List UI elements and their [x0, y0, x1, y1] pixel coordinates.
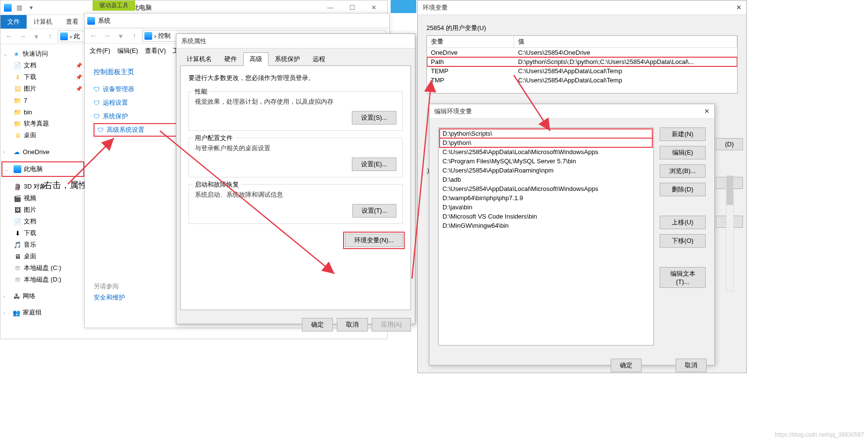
edit-button[interactable]: 编辑(E): [660, 146, 706, 159]
col-val[interactable]: 值: [514, 36, 737, 47]
tree-item[interactable]: 🖼图片: [2, 204, 83, 216]
label: 下载: [24, 73, 36, 81]
menu-view[interactable]: 查看(V): [145, 47, 166, 55]
folder-icon: 📁: [13, 96, 22, 105]
list-item[interactable]: D:\MinGW\mingw64\bin: [440, 221, 652, 230]
maximize-button[interactable]: ☐: [341, 0, 363, 15]
close-button[interactable]: ✕: [736, 4, 742, 11]
user-vars-table[interactable]: 变量 值 OneDriveC:\Users\25854\OneDrive Pat…: [426, 35, 738, 94]
col-var[interactable]: 变量: [427, 36, 514, 47]
context-tab[interactable]: 驱动器工具: [93, 0, 135, 11]
menu-file[interactable]: 文件(F): [90, 47, 110, 55]
title-text: 编辑环境变量: [434, 107, 472, 116]
profile-settings-button[interactable]: 设置(E)...: [352, 158, 396, 171]
edit-text-button[interactable]: 编辑文本(T)...: [660, 267, 706, 288]
list-item[interactable]: D:\java\bin: [440, 203, 652, 212]
label: 文档: [24, 217, 36, 226]
forward-button[interactable]: →: [101, 30, 113, 42]
menu-edit[interactable]: 编辑(E): [117, 47, 138, 55]
startup-settings-button[interactable]: 设置(T)...: [352, 204, 396, 218]
tree-quick-access[interactable]: ⌄★快速访问: [2, 48, 83, 60]
label: 网络: [23, 292, 35, 300]
table-row[interactable]: OneDriveC:\Users\25854\OneDrive: [427, 48, 737, 57]
qat-icon[interactable]: ▥: [15, 3, 24, 13]
tree-item[interactable]: 🖥桌面: [2, 251, 83, 262]
back-button[interactable]: ←: [3, 31, 15, 42]
list-item[interactable]: C:\Users\25854\AppData\Local\Microsoft\W…: [440, 184, 652, 193]
move-up-button[interactable]: 上移(U): [660, 216, 706, 229]
admin-note: 要进行大多数更改，您必须作为管理员登录。: [189, 74, 403, 82]
table-row[interactable]: TEMPC:\Users\25854\AppData\Local\Temp: [427, 66, 737, 76]
list-item[interactable]: D:\adb: [440, 175, 652, 184]
cancel-button[interactable]: 取消: [337, 318, 368, 331]
tab-remote[interactable]: 远程: [306, 52, 331, 66]
tree-homegroup[interactable]: ›👥家庭组: [2, 307, 83, 318]
close-button[interactable]: ✕: [363, 0, 385, 15]
tree-item[interactable]: 🖥桌面: [2, 129, 83, 141]
tree-item[interactable]: 📄文档: [2, 216, 83, 227]
tab-advanced[interactable]: 高级: [243, 52, 268, 66]
tree-item[interactable]: 🎵音乐: [2, 239, 83, 251]
drive-icon: ⛃: [13, 264, 22, 272]
table-row-path[interactable]: PathD:\python\Scripts\;D:\python\;C:\Use…: [427, 57, 737, 66]
cancel-button[interactable]: 取消: [676, 359, 707, 372]
tree-item[interactable]: 🖼图片📌: [2, 83, 83, 94]
qat-dropdown-icon[interactable]: ▾: [26, 3, 36, 13]
user-vars-section: 25854 的用户变量(U) 变量 值 OneDriveC:\Users\258…: [418, 15, 746, 102]
pin-icon: 📌: [76, 86, 82, 92]
list-item[interactable]: D:\python\Scripts\: [440, 129, 652, 138]
tree-item[interactable]: 📁7: [2, 94, 83, 106]
tree-item[interactable]: 📄文档📌: [2, 60, 83, 71]
tab-computer-name[interactable]: 计算机名: [180, 52, 218, 66]
history-dropdown[interactable]: ▾: [115, 30, 126, 42]
scrollbar[interactable]: [726, 175, 734, 292]
browse-button[interactable]: 浏览(B)...: [660, 164, 706, 178]
tree-onedrive[interactable]: ›☁OneDrive: [2, 146, 83, 158]
ok-button[interactable]: 确定: [302, 318, 333, 331]
tree-item[interactable]: ⬇下载: [2, 227, 83, 239]
tree-item[interactable]: 📁软考真题: [2, 118, 83, 129]
label: 本地磁盘 (C:): [24, 264, 61, 272]
list-item[interactable]: D:\python\: [440, 138, 652, 147]
list-item[interactable]: C:\Program Files\MySQL\MySQL Server 5.7\…: [440, 157, 652, 166]
tree-item[interactable]: 🎬视频: [2, 192, 83, 204]
partial-button[interactable]: (D): [716, 138, 743, 150]
tab-computer[interactable]: 计算机: [27, 15, 59, 29]
tree-item[interactable]: ⛃本地磁盘 (C:): [2, 262, 83, 274]
list-item[interactable]: C:\Users\25854\AppData\Roaming\npm: [440, 166, 652, 175]
tab-protection[interactable]: 系统保护: [268, 52, 306, 66]
apply-button[interactable]: 应用(A): [372, 318, 411, 331]
document-icon: 📄: [13, 217, 22, 226]
env-vars-button[interactable]: 环境变量(N)...: [345, 234, 403, 247]
tree-item[interactable]: ⛃本地磁盘 (D:): [2, 274, 83, 285]
tree-this-pc[interactable]: ⌄此电脑: [3, 163, 82, 175]
folder-icon: 🖼: [13, 84, 22, 93]
forward-button[interactable]: →: [17, 31, 29, 42]
move-down-button[interactable]: 下移(O): [660, 234, 706, 248]
tree-item[interactable]: ⬇下载📌: [2, 71, 83, 83]
minimize-button[interactable]: —: [319, 0, 341, 15]
list-item[interactable]: D:\Microsoft VS Code Insiders\bin: [440, 212, 652, 221]
tab-view[interactable]: 查看: [59, 15, 85, 29]
pin-icon: 📌: [76, 63, 82, 69]
path-list[interactable]: D:\python\Scripts\ D:\python\ C:\Users\2…: [438, 127, 654, 346]
close-button[interactable]: ✕: [704, 108, 710, 115]
delete-button[interactable]: 删除(D): [660, 183, 706, 196]
list-item[interactable]: C:\Users\25854\AppData\Local\Microsoft\W…: [440, 147, 652, 157]
tab-file[interactable]: 文件: [0, 15, 27, 29]
tree-network[interactable]: ›🖧网络: [2, 290, 83, 302]
up-button[interactable]: ↑: [128, 30, 140, 42]
group-title: 启动和故障恢复: [193, 180, 241, 189]
perf-settings-button[interactable]: 设置(S)...: [352, 111, 396, 125]
group-title: 性能: [193, 87, 209, 96]
ok-button[interactable]: 确定: [611, 359, 642, 372]
tree-item[interactable]: 📁bin: [2, 106, 83, 118]
back-button[interactable]: ←: [88, 30, 99, 42]
new-button[interactable]: 新建(N): [660, 127, 706, 141]
list-item[interactable]: D:\wamp64\bin\php\php7.1.9: [440, 193, 652, 203]
history-dropdown[interactable]: ▾: [31, 31, 42, 42]
table-row[interactable]: TMPC:\Users\25854\AppData\Local\Temp: [427, 76, 737, 85]
tab-hardware[interactable]: 硬件: [218, 52, 243, 66]
up-button[interactable]: ↑: [44, 31, 56, 42]
label: 软考真题: [24, 119, 49, 128]
